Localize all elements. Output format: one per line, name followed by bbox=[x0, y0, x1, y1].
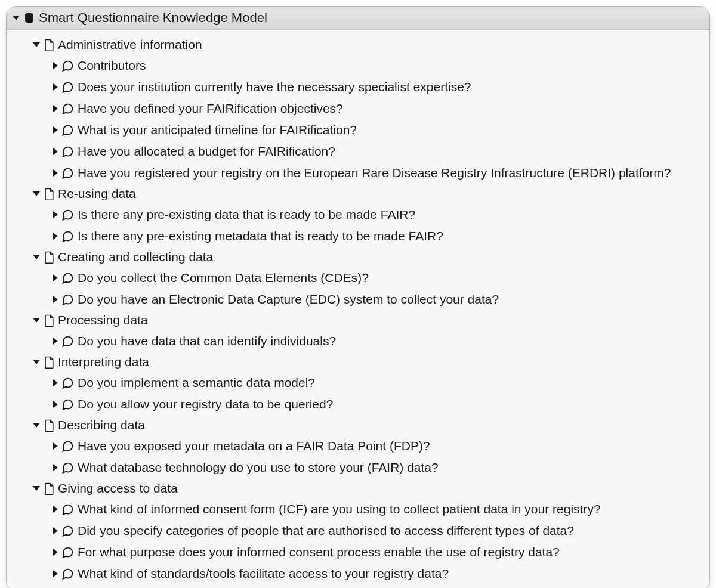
tree-panel: Smart Questionnaire Knowledge Model Admi… bbox=[6, 6, 710, 588]
question-label: What kind of standards/tools facilitate … bbox=[78, 567, 449, 581]
section-label: Describing data bbox=[58, 418, 145, 432]
question-label: What kind of informed consent form (ICF)… bbox=[78, 502, 601, 516]
caret-right-icon bbox=[53, 570, 58, 577]
question-label: Do you collect the Common Data Elements … bbox=[78, 271, 369, 285]
chat-icon bbox=[61, 209, 74, 221]
caret-right-icon bbox=[53, 296, 58, 303]
caret-right-icon bbox=[53, 211, 58, 218]
chat-icon bbox=[61, 440, 74, 453]
question-label: Do you allow your registry data to be qu… bbox=[78, 397, 333, 411]
caret-down-icon bbox=[33, 318, 40, 323]
tree-question-row[interactable]: Have you defined your FAIRification obje… bbox=[10, 98, 706, 119]
section-label: Re-using data bbox=[58, 187, 136, 201]
caret-right-icon bbox=[53, 527, 58, 534]
tree-question-row[interactable]: Do you have an Electronic Data Capture (… bbox=[10, 289, 706, 310]
tree-root-row[interactable]: Smart Questionnaire Knowledge Model bbox=[7, 7, 709, 30]
caret-right-icon bbox=[53, 338, 58, 345]
tree-question-row[interactable]: For what purpose does your informed cons… bbox=[10, 541, 706, 563]
tree-section-row[interactable]: Describing data bbox=[10, 415, 706, 435]
caret-down-icon bbox=[33, 423, 40, 428]
caret-right-icon bbox=[53, 506, 58, 513]
caret-down-icon bbox=[33, 360, 40, 364]
tree-question-row[interactable]: Does your institution currently have the… bbox=[10, 76, 706, 98]
question-label: Have you allocated a budget for FAIRific… bbox=[78, 144, 335, 159]
chat-icon bbox=[61, 167, 74, 180]
chat-icon bbox=[61, 146, 74, 158]
caret-right-icon bbox=[53, 83, 58, 91]
tree-question-row[interactable]: Do you collect the Common Data Elements … bbox=[10, 267, 706, 289]
chat-icon bbox=[61, 81, 74, 94]
caret-down-icon bbox=[33, 191, 40, 196]
caret-right-icon bbox=[53, 549, 58, 556]
tree-question-row[interactable]: Do you implement a semantic data model? bbox=[10, 372, 706, 394]
database-icon bbox=[23, 12, 35, 24]
tree-section-row[interactable]: Interpreting data bbox=[10, 352, 706, 372]
tree-question-row[interactable]: Have you allocated a budget for FAIRific… bbox=[10, 141, 706, 162]
question-label: For what purpose does your informed cons… bbox=[78, 545, 560, 559]
file-icon bbox=[44, 482, 54, 495]
section-label: Interpreting data bbox=[58, 355, 149, 369]
tree-body: Administrative informationContributorsDo… bbox=[7, 30, 709, 588]
chat-icon bbox=[61, 60, 74, 72]
chat-icon bbox=[61, 503, 74, 516]
caret-right-icon bbox=[53, 169, 58, 177]
question-label: What database technology do you use to s… bbox=[78, 460, 439, 475]
question-label: Does your institution currently have the… bbox=[78, 80, 471, 94]
chat-icon bbox=[61, 335, 74, 348]
tree-section-row[interactable]: Administrative information bbox=[10, 35, 706, 55]
tree-question-row[interactable]: What is your anticipated timeline for FA… bbox=[10, 119, 706, 141]
caret-down-icon bbox=[13, 16, 20, 20]
tree-root-title: Smart Questionnaire Knowledge Model bbox=[39, 10, 267, 26]
section-label: Administrative information bbox=[58, 38, 202, 52]
file-icon bbox=[44, 419, 54, 432]
tree-question-row[interactable]: What kind of standards/tools facilitate … bbox=[10, 563, 706, 584]
caret-down-icon bbox=[33, 486, 40, 491]
chat-icon bbox=[61, 546, 74, 559]
question-label: Do you have an Electronic Data Capture (… bbox=[78, 292, 499, 307]
chat-icon bbox=[61, 525, 74, 537]
caret-right-icon bbox=[53, 148, 58, 155]
tree-question-row[interactable]: Did you specify categories of people tha… bbox=[10, 520, 706, 541]
chat-icon bbox=[61, 124, 74, 137]
question-label: What is your anticipated timeline for FA… bbox=[78, 123, 357, 137]
section-label: Giving access to data bbox=[58, 481, 178, 496]
caret-down-icon bbox=[33, 255, 40, 259]
tree-question-row[interactable]: Have you registered your registry on the… bbox=[10, 162, 706, 184]
tree-section-row[interactable]: Processing data bbox=[10, 310, 706, 330]
caret-right-icon bbox=[53, 379, 58, 386]
tree-question-row[interactable]: Have you exposed your metadata on a FAIR… bbox=[10, 435, 706, 457]
caret-right-icon bbox=[53, 62, 58, 69]
chat-icon bbox=[61, 293, 74, 306]
question-label: Do you implement a semantic data model? bbox=[78, 376, 315, 390]
tree-question-row[interactable]: Is there any pre-existing data that is r… bbox=[10, 204, 706, 225]
tree-section-row[interactable]: Giving access to data bbox=[10, 478, 706, 499]
caret-right-icon bbox=[53, 274, 58, 281]
chat-icon bbox=[61, 398, 74, 411]
file-icon bbox=[44, 251, 54, 264]
section-label: Processing data bbox=[58, 313, 148, 327]
tree-question-row[interactable]: Contributors bbox=[10, 55, 706, 76]
tree-question-row[interactable]: Is there any pre-existing metadata that … bbox=[10, 225, 706, 247]
caret-down-icon bbox=[33, 42, 40, 47]
tree-question-row[interactable]: Do you have data that can identify indiv… bbox=[10, 330, 706, 352]
caret-right-icon bbox=[53, 442, 58, 450]
tree-question-row[interactable]: Do you allow your registry data to be qu… bbox=[10, 394, 706, 415]
tree-section-row[interactable]: Re-using data bbox=[10, 184, 706, 204]
file-icon bbox=[44, 314, 54, 327]
tree-section-row[interactable]: Creating and collecting data bbox=[10, 247, 706, 267]
chat-icon bbox=[61, 230, 74, 243]
question-label: Contributors bbox=[78, 58, 146, 73]
chat-icon bbox=[61, 568, 74, 580]
chat-icon bbox=[61, 377, 74, 389]
caret-right-icon bbox=[53, 233, 58, 240]
question-label: Did you specify categories of people tha… bbox=[78, 524, 574, 538]
file-icon bbox=[44, 39, 54, 51]
question-label: Have you defined your FAIRification obje… bbox=[78, 101, 343, 116]
file-icon bbox=[44, 356, 54, 369]
chat-icon bbox=[61, 462, 74, 474]
tree-question-row[interactable]: What kind of informed consent form (ICF)… bbox=[10, 499, 706, 520]
chat-icon bbox=[61, 272, 74, 284]
tree-question-row[interactable]: What database technology do you use to s… bbox=[10, 457, 706, 478]
question-label: Is there any pre-existing data that is r… bbox=[78, 208, 415, 222]
chat-icon bbox=[61, 103, 74, 115]
